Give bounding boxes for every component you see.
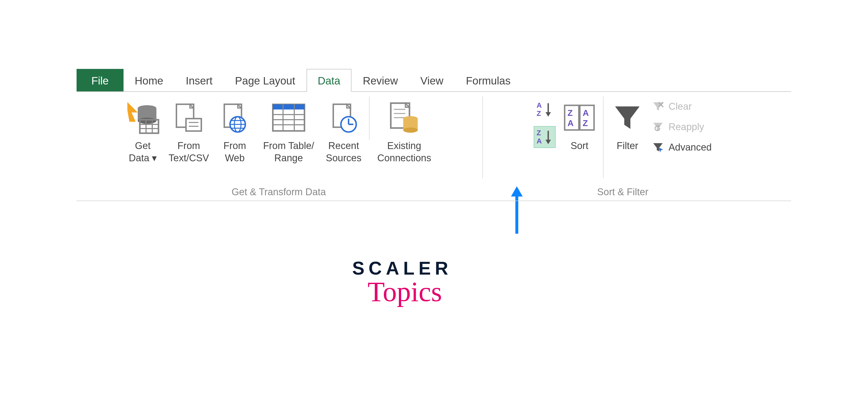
sort-label: Sort	[571, 140, 589, 152]
from-web-icon	[218, 98, 251, 137]
svg-text:A: A	[537, 101, 542, 109]
ribbon-body: Get Data ▾ From Text/CSV	[76, 91, 791, 201]
tab-data[interactable]: Data	[307, 69, 352, 92]
sort-button[interactable]: Z A A Z Sort	[558, 96, 600, 178]
svg-text:A: A	[568, 118, 574, 128]
sort-small-buttons: A Z Z A	[531, 96, 558, 148]
group-separator	[483, 96, 483, 178]
from-web-button[interactable]: From Web	[214, 96, 256, 178]
clear-filter-button[interactable]: Clear	[651, 98, 712, 114]
svg-text:Z: Z	[537, 129, 541, 137]
svg-marker-44	[546, 112, 551, 117]
svg-marker-0	[127, 102, 138, 122]
sort-descending-button[interactable]: Z A	[534, 126, 556, 148]
get-data-button[interactable]: Get Data ▾	[122, 96, 164, 178]
svg-marker-48	[546, 140, 551, 145]
filter-button[interactable]: Filter	[606, 96, 649, 178]
reapply-filter-icon	[651, 120, 665, 134]
sort-az-icon: A Z	[536, 100, 554, 118]
svg-marker-55	[615, 107, 640, 129]
existing-connections-button[interactable]: Existing Connections	[373, 96, 436, 178]
separator	[369, 96, 370, 140]
tab-insert[interactable]: Insert	[175, 69, 224, 92]
svg-text:Z: Z	[537, 110, 541, 117]
existing-connections-icon	[388, 98, 421, 137]
from-text-csv-label: From Text/CSV	[169, 140, 209, 164]
table-range-icon	[270, 98, 308, 137]
group-get-transform: Get Data ▾ From Text/CSV	[80, 96, 478, 201]
tab-page-layout[interactable]: Page Layout	[224, 69, 307, 92]
svg-marker-62	[659, 148, 663, 152]
svg-rect-11	[186, 119, 201, 131]
svg-rect-22	[273, 104, 305, 110]
tab-view[interactable]: View	[409, 69, 455, 92]
filter-icon	[611, 98, 644, 137]
scaler-topics-logo: SCALER Topics	[352, 258, 452, 308]
tab-file[interactable]: File	[76, 69, 124, 92]
svg-marker-59	[653, 123, 663, 131]
svg-text:A: A	[537, 137, 542, 145]
advanced-filter-icon	[651, 140, 665, 154]
tab-home[interactable]: Home	[124, 69, 175, 92]
svg-point-40	[403, 128, 418, 133]
group-label-sort-filter: Sort & Filter	[597, 184, 649, 201]
tab-formulas[interactable]: Formulas	[455, 69, 522, 92]
advanced-filter-label: Advanced	[669, 142, 712, 153]
svg-marker-61	[653, 143, 663, 151]
text-csv-icon	[172, 98, 206, 137]
svg-text:Z: Z	[583, 118, 588, 128]
ribbon-tabs: File Home Insert Page Layout Data Review…	[76, 69, 791, 92]
from-table-range-label: From Table/ Range	[263, 140, 314, 164]
logo-topics-text: Topics	[357, 276, 452, 308]
get-data-label: Get Data ▾	[129, 140, 157, 164]
svg-text:Z: Z	[568, 108, 573, 118]
recent-sources-button[interactable]: Recent Sources	[321, 96, 366, 178]
from-table-range-button[interactable]: From Table/ Range	[256, 96, 321, 178]
group-label-get-transform: Get & Transform Data	[231, 184, 326, 201]
recent-sources-label: Recent Sources	[326, 140, 362, 164]
reapply-filter-button[interactable]: Reapply	[651, 119, 712, 135]
tab-review[interactable]: Review	[351, 69, 409, 92]
reapply-filter-label: Reapply	[669, 121, 704, 132]
separator	[603, 96, 603, 178]
from-text-csv-button[interactable]: From Text/CSV	[164, 96, 214, 178]
sort-ascending-button[interactable]: A Z	[534, 98, 556, 120]
clear-filter-icon	[651, 99, 665, 113]
get-data-icon	[126, 98, 159, 137]
advanced-filter-button[interactable]: Advanced	[651, 139, 712, 155]
ribbon: File Home Insert Page Layout Data Review…	[76, 69, 791, 201]
group-sort-filter: A Z Z A	[488, 96, 758, 201]
clear-filter-label: Clear	[669, 101, 692, 112]
sort-za-icon: Z A	[536, 128, 554, 146]
existing-connections-label: Existing Connections	[377, 140, 431, 164]
filter-side-buttons: Clear Reapply	[649, 96, 714, 155]
svg-text:A: A	[583, 108, 589, 118]
filter-label: Filter	[617, 140, 638, 152]
from-web-label: From Web	[224, 140, 246, 164]
sort-dialog-icon: Z A A Z	[563, 98, 596, 137]
recent-sources-icon	[327, 98, 360, 137]
